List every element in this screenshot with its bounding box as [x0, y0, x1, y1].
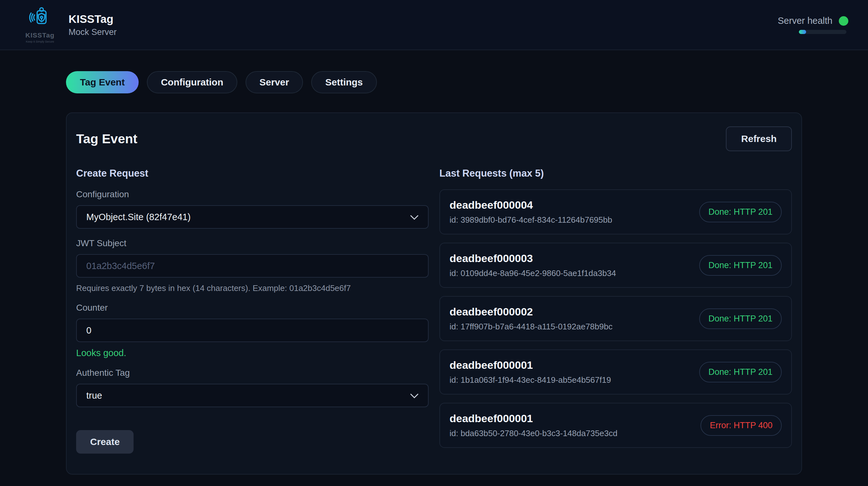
request-item: deadbeef000003 id: 0109dd4e-8a96-45e2-98… [439, 243, 792, 288]
create-request-heading: Create Request [76, 168, 429, 179]
logo-wordmark: KISSTag [25, 31, 55, 39]
create-request-section: Create Request Configuration MyObject.Si… [76, 168, 429, 456]
app-title: KISSTag [68, 13, 117, 25]
refresh-button[interactable]: Refresh [726, 126, 792, 151]
tab-tag-event[interactable]: Tag Event [66, 71, 138, 93]
status-badge: Done: HTTP 201 [699, 255, 782, 276]
counter-input[interactable] [76, 319, 429, 342]
app-title-block: KISSTag Mock Server [68, 13, 117, 37]
main-tabs: Tag Event Configuration Server Settings [66, 71, 802, 93]
request-title: deadbeef000002 [450, 306, 613, 318]
request-title: deadbeef000001 [450, 412, 617, 425]
last-requests-heading: Last Requests (max 5) [439, 168, 792, 179]
request-id: id: 17ff907b-b7a6-4418-a115-0192ae78b9bc [450, 322, 613, 332]
request-item: deadbeef000001 id: 1b1a063f-1f94-43ec-84… [439, 349, 792, 395]
server-health-label: Server health [778, 16, 833, 26]
authentic-tag-label: Authentic Tag [76, 368, 429, 378]
tab-settings[interactable]: Settings [311, 71, 377, 93]
request-title: deadbeef000003 [450, 252, 616, 265]
kisstag-tag-shield-icon [28, 7, 52, 31]
health-progress-fill [799, 30, 806, 34]
status-badge: Done: HTTP 201 [699, 362, 782, 382]
jwt-subject-input[interactable] [76, 254, 429, 278]
last-requests-section: Last Requests (max 5) deadbeef000004 id:… [439, 168, 792, 456]
counter-validation-message: Looks good. [76, 348, 429, 358]
tag-event-panel: Tag Event Refresh Create Request Configu… [66, 112, 802, 475]
configuration-select[interactable]: MyObject.Site (82f47e41) [76, 205, 429, 229]
configuration-selected-value: MyObject.Site (82f47e41) [86, 212, 191, 222]
request-item: deadbeef000001 id: bda63b50-2780-43e0-b3… [439, 403, 792, 448]
app-subtitle: Mock Server [68, 27, 117, 37]
request-id: id: 0109dd4e-8a96-45e2-9860-5ae1f1da3b34 [450, 268, 616, 278]
tab-server[interactable]: Server [246, 71, 303, 93]
chevron-down-icon [410, 391, 418, 401]
app-logo: KISSTag Keep It Simply Secure [20, 7, 60, 43]
status-badge: Error: HTTP 400 [701, 415, 782, 436]
request-title: deadbeef000001 [450, 359, 611, 371]
server-health-status-dot [839, 16, 848, 26]
request-item: deadbeef000002 id: 17ff907b-b7a6-4418-a1… [439, 296, 792, 341]
chevron-down-icon [410, 212, 418, 222]
jwt-subject-label: JWT Subject [76, 238, 429, 249]
counter-label: Counter [76, 303, 429, 313]
jwt-subject-help-text: Requires exactly 7 bytes in hex (14 char… [76, 283, 429, 293]
app-header: KISSTag Keep It Simply Secure KISSTag Mo… [0, 0, 868, 50]
authentic-tag-select[interactable]: true [76, 384, 429, 407]
authentic-tag-selected-value: true [86, 391, 102, 401]
panel-title: Tag Event [76, 132, 137, 146]
request-id: id: 3989dbf0-bd76-4cef-834c-11264b7695bb [450, 215, 612, 225]
server-health: Server health [778, 16, 849, 34]
status-badge: Done: HTTP 201 [699, 202, 782, 222]
request-item: deadbeef000004 id: 3989dbf0-bd76-4cef-83… [439, 189, 792, 234]
server-health-progressbar [799, 30, 846, 34]
tab-configuration[interactable]: Configuration [147, 71, 237, 93]
request-id: id: 1b1a063f-1f94-43ec-8419-ab5e4b567f19 [450, 375, 611, 385]
request-id: id: bda63b50-2780-43e0-b3c3-148da735e3cd [450, 429, 617, 438]
logo-tagline: Keep It Simply Secure [26, 40, 54, 43]
request-title: deadbeef000004 [450, 199, 612, 211]
create-button[interactable]: Create [76, 430, 133, 454]
status-badge: Done: HTTP 201 [699, 309, 782, 329]
configuration-label: Configuration [76, 189, 429, 199]
